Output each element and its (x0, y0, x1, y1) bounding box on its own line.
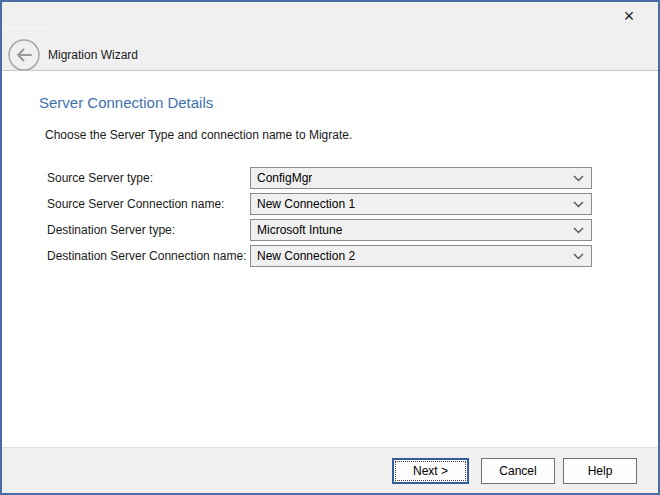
destination-server-type-select[interactable]: Microsoft Intune (250, 219, 592, 241)
next-button[interactable]: Next > (392, 458, 469, 484)
page-title: Server Connection Details (39, 93, 213, 112)
form-row-destination-server-type: Destination Server type: Microsoft Intun… (47, 219, 593, 241)
source-server-type-value: ConfigMgr (257, 171, 312, 185)
wizard-footer: Next > Cancel Help (2, 447, 658, 493)
cancel-button[interactable]: Cancel (481, 458, 555, 484)
migration-wizard-window: × Migration Wizard Server Connection Det… (0, 0, 660, 495)
source-connection-name-label: Source Server Connection name: (47, 193, 224, 215)
destination-server-type-value: Microsoft Intune (257, 223, 342, 237)
chevron-down-icon (573, 253, 584, 260)
destination-connection-name-select[interactable]: New Connection 2 (250, 245, 592, 267)
chevron-down-icon (573, 227, 584, 234)
chevron-down-icon (573, 201, 584, 208)
form-row-source-server-type: Source Server type: ConfigMgr (47, 167, 593, 189)
form-row-source-connection-name: Source Server Connection name: New Conne… (47, 193, 593, 215)
source-server-type-label: Source Server type: (47, 167, 153, 189)
back-icon (8, 39, 40, 71)
destination-server-type-label: Destination Server type: (47, 219, 175, 241)
close-button[interactable]: × (614, 4, 644, 28)
form-row-destination-connection-name: Destination Server Connection name: New … (47, 245, 593, 267)
titlebar-divider (4, 27, 52, 28)
destination-connection-name-label: Destination Server Connection name: (47, 245, 246, 267)
destination-connection-name-value: New Connection 2 (257, 249, 355, 263)
chevron-down-icon (573, 175, 584, 182)
wizard-header: × Migration Wizard (2, 2, 658, 71)
back-button[interactable] (8, 39, 40, 71)
page-description: Choose the Server Type and connection na… (45, 128, 352, 143)
close-icon: × (624, 7, 635, 25)
wizard-title: Migration Wizard (48, 48, 138, 62)
source-server-type-select[interactable]: ConfigMgr (250, 167, 592, 189)
source-connection-name-value: New Connection 1 (257, 197, 355, 211)
source-connection-name-select[interactable]: New Connection 1 (250, 193, 592, 215)
help-button[interactable]: Help (563, 458, 637, 484)
